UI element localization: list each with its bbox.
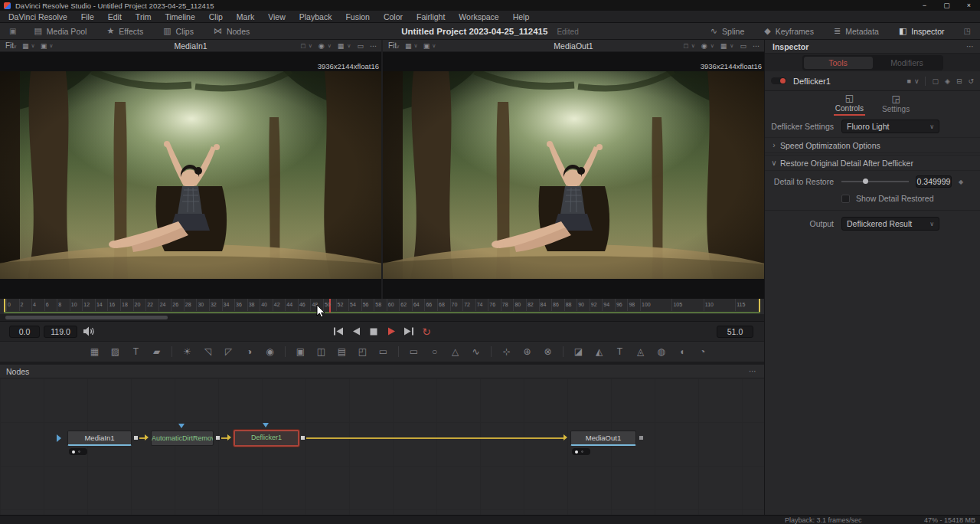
node-thumbnail-badge[interactable] <box>572 448 590 455</box>
keyframes-button[interactable]: ◆Keyframes <box>754 23 824 40</box>
node-enable-toggle[interactable] <box>771 77 786 84</box>
node-deflicker[interactable]: Deflicker1 <box>234 430 299 447</box>
chevron-down-icon[interactable]: ∨ <box>914 77 920 85</box>
zoom-fit-dropdown[interactable]: Fit ∨ <box>5 41 17 50</box>
paint-tool-icon[interactable]: ▰ <box>146 346 167 357</box>
menu-fairlight[interactable]: Fairlight <box>410 11 452 23</box>
node-output-connector[interactable] <box>216 436 220 440</box>
viewer-canvas[interactable]: 3936x2144xfloat16 <box>383 52 764 299</box>
skip-end-button[interactable] <box>403 325 415 338</box>
render-queue-icon[interactable]: ◳ <box>955 27 980 35</box>
node-mask-input-triangle[interactable] <box>178 424 185 428</box>
effects-button[interactable]: ★Effects <box>96 23 153 40</box>
camera-3d-tool-icon[interactable]: ◖ <box>671 346 692 357</box>
subtab-settings[interactable]: ◲ Settings <box>880 93 911 115</box>
menu-timeline[interactable]: Timeline <box>158 11 201 23</box>
resize-tool-icon[interactable]: ◰ <box>352 346 373 357</box>
range-start-field[interactable]: 0.0 <box>9 326 40 338</box>
nodes-options-icon[interactable]: ⋯ <box>749 367 756 375</box>
tab-tools[interactable]: Tools <box>804 57 873 69</box>
timeline-scrollbar[interactable] <box>5 316 168 319</box>
viewer-options-icon[interactable]: ⋯ <box>370 42 377 50</box>
node-automatic-dirt-removal[interactable]: AutomaticDirtRemov... <box>151 431 214 446</box>
node-media-out[interactable]: MediaOut1 <box>570 431 636 446</box>
grid-icon[interactable]: ▦ <box>338 42 345 50</box>
timeline-ruler[interactable]: 0246810121416182022242628303234363840424… <box>0 299 764 314</box>
subtab-controls[interactable]: ◱ Controls <box>834 93 865 116</box>
lock-icon[interactable]: ⊟ <box>956 77 962 85</box>
nodes-button[interactable]: ⋈Nodes <box>204 23 260 40</box>
inspector-button[interactable]: ◧Inspector <box>889 23 955 40</box>
hue-curves-tool-icon[interactable]: ◸ <box>218 346 239 357</box>
skip-start-button[interactable] <box>332 325 345 338</box>
region-icon[interactable]: ▭ <box>357 42 364 50</box>
spline-button[interactable]: ∿Spline <box>701 23 754 40</box>
menu-workspace[interactable]: Workspace <box>452 11 505 23</box>
minimize-button[interactable]: − <box>913 0 936 11</box>
background-tool-icon[interactable]: ▦ <box>84 346 105 357</box>
planar-tracker-tool-icon[interactable]: ⊕ <box>517 346 537 357</box>
menu-fusion[interactable]: Fusion <box>338 11 377 23</box>
play-button[interactable] <box>385 325 397 338</box>
viewer-options-icon[interactable]: ⋯ <box>753 42 760 50</box>
viewer-canvas[interactable]: 3936x2144xfloat16 <box>0 52 381 299</box>
region-icon[interactable]: ▭ <box>740 42 746 50</box>
shape-3d-tool-icon[interactable]: ◭ <box>589 346 609 357</box>
menu-file[interactable]: File <box>74 11 101 23</box>
section-speed-optimization[interactable]: › Speed Optimization Options <box>765 137 980 153</box>
matte-control-tool-icon[interactable]: ◫ <box>311 346 332 357</box>
menu-playback[interactable]: Playback <box>292 11 339 23</box>
reset-icon[interactable]: ↺ <box>968 77 974 85</box>
play-reverse-button[interactable] <box>350 325 362 338</box>
current-frame-field[interactable]: 51.0 <box>717 326 753 338</box>
pin-icon[interactable]: ◈ <box>945 77 950 85</box>
maximize-button[interactable]: ▢ <box>936 0 958 11</box>
channel-view-icon[interactable]: □ <box>684 42 688 50</box>
menu-edit[interactable]: Edit <box>101 11 129 23</box>
node-mask-input-triangle[interactable] <box>263 423 269 427</box>
split-view-icon[interactable]: ▦ <box>22 42 29 50</box>
split-view-icon[interactable]: ▦ <box>405 42 412 50</box>
pip-view-icon[interactable]: ▣ <box>423 42 430 50</box>
pip-view-icon[interactable]: ▣ <box>41 42 47 50</box>
inspector-options-icon[interactable]: ⋯ <box>966 42 974 51</box>
color-corrector-tool-icon[interactable]: ☀ <box>177 346 198 357</box>
output-dropdown[interactable]: Deflickered Result ∨ <box>841 217 939 231</box>
renderer-3d-tool-icon[interactable]: ◍ <box>651 346 671 357</box>
show-detail-restored-checkbox[interactable] <box>841 195 850 203</box>
panel-toggle-icon[interactable]: ▣ <box>0 27 24 35</box>
keyframe-diamond-icon[interactable]: ◆ <box>959 178 963 185</box>
menu-mark[interactable]: Mark <box>230 11 261 23</box>
merge-3d-tool-icon[interactable]: ◬ <box>630 346 651 357</box>
close-button[interactable]: × <box>958 0 980 11</box>
grid-icon[interactable]: ▦ <box>720 42 727 50</box>
ellipse-mask-tool-icon[interactable]: ○ <box>424 346 445 357</box>
detail-to-restore-value[interactable]: 0.349999 <box>916 175 952 188</box>
menu-davinci-resolve[interactable]: DaVinci Resolve <box>2 11 74 23</box>
node-thumbnail-badge[interactable] <box>69 448 87 455</box>
node-graph-canvas[interactable]: MediaIn1 AutomaticDirtRemov... Deflicker… <box>0 378 764 515</box>
zoom-fit-dropdown[interactable]: Fit ∨ <box>388 41 400 50</box>
range-end-field[interactable]: 119.0 <box>44 326 77 338</box>
channel-booleans-tool-icon[interactable]: ▤ <box>332 346 352 357</box>
tracker-tool-icon[interactable]: ⊹ <box>496 346 517 357</box>
spotlight-3d-tool-icon[interactable]: ◔ <box>692 346 713 357</box>
media-pool-button[interactable]: ▤Media Pool <box>24 23 96 40</box>
camera-tracker-tool-icon[interactable]: ⊗ <box>537 346 558 357</box>
metadata-button[interactable]: ≣Metadata <box>824 23 889 40</box>
menu-help[interactable]: Help <box>506 11 537 23</box>
text-tool-icon[interactable]: T <box>126 346 146 357</box>
node-input-triangle[interactable] <box>57 434 61 442</box>
menu-view[interactable]: View <box>261 11 292 23</box>
slider-handle[interactable] <box>863 178 868 184</box>
merge-tool-icon[interactable]: ▣ <box>290 346 311 357</box>
menu-clip[interactable]: Clip <box>202 11 230 23</box>
loop-button[interactable]: ↻ <box>420 325 433 338</box>
node-media-in[interactable]: MediaIn1 <box>67 431 132 446</box>
gamut-icon[interactable]: ◉ <box>701 42 707 50</box>
node-output-connector[interactable] <box>301 436 305 440</box>
detail-to-restore-slider[interactable] <box>841 177 909 186</box>
color-gain-tool-icon[interactable]: ◉ <box>260 346 280 357</box>
node-output-connector[interactable] <box>134 436 138 440</box>
channel-view-icon[interactable]: □ <box>301 42 305 50</box>
